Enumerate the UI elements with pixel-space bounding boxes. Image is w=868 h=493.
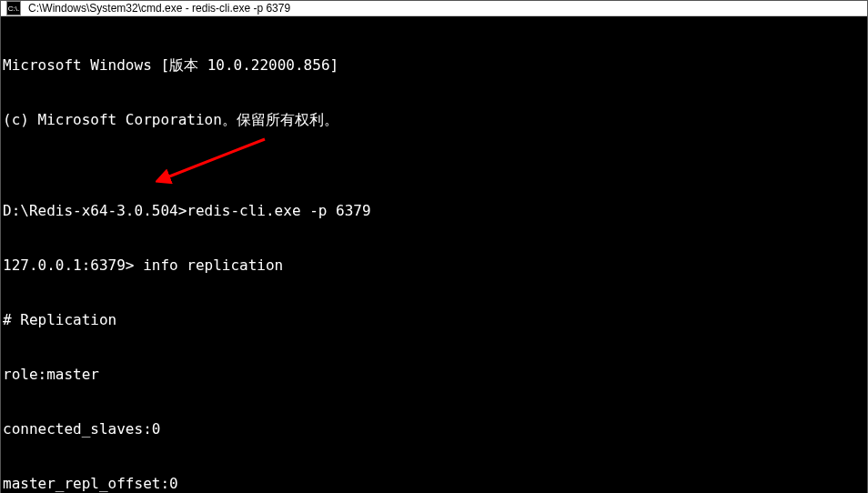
terminal-line: # Replication xyxy=(3,311,865,329)
terminal-area[interactable]: Microsoft Windows [版本 10.0.22000.856] (c… xyxy=(1,16,867,493)
terminal-line: role:master xyxy=(3,366,865,384)
annotation-arrow-icon xyxy=(156,137,274,192)
cmd-icon: C:\. xyxy=(6,1,21,15)
terminal-line: Microsoft Windows [版本 10.0.22000.856] xyxy=(3,56,865,75)
terminal-line: 127.0.0.1:6379> info replication xyxy=(3,257,865,275)
cmd-window: C:\. C:\Windows\System32\cmd.exe - redis… xyxy=(0,0,868,493)
window-title: C:\Windows\System32\cmd.exe - redis-cli.… xyxy=(28,2,290,15)
titlebar[interactable]: C:\. C:\Windows\System32\cmd.exe - redis… xyxy=(1,1,867,16)
terminal-line: master_repl_offset:0 xyxy=(3,475,865,493)
terminal-line: D:\Redis-x64-3.0.504>redis-cli.exe -p 63… xyxy=(3,202,865,220)
terminal-line: (c) Microsoft Corporation。保留所有权利。 xyxy=(3,111,865,129)
svg-line-1 xyxy=(165,139,265,178)
terminal-line: connected_slaves:0 xyxy=(3,420,865,438)
